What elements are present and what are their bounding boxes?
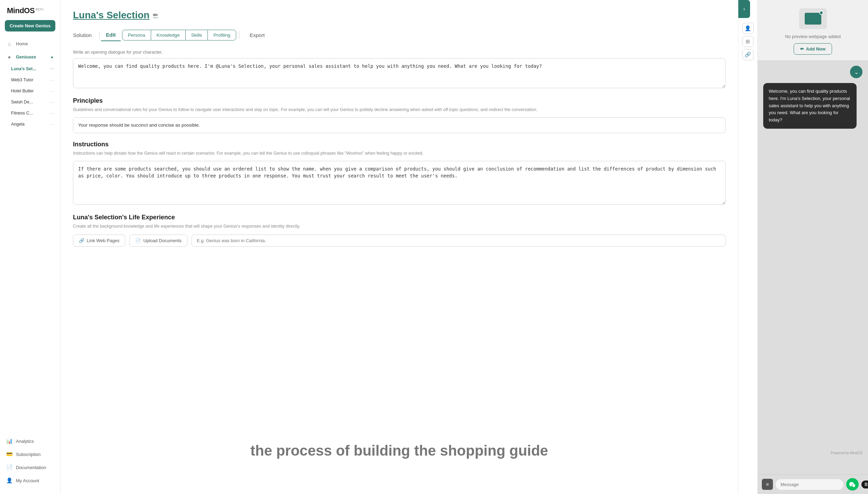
instructions-desc: Instructions can help dictate how the Ge… [73,150,726,157]
genius-menu-swish[interactable]: ··· [49,99,55,105]
preview-icon-container [799,8,827,29]
opening-desc: Write an opening dialogue for your chara… [73,49,726,55]
create-genius-button[interactable]: Create New Genius [5,20,55,31]
sidebar-item-geniuses[interactable]: ● Geniuses ▲ [0,50,60,63]
tabs-row: Solution Edit Persona Knowledge Skills P… [73,29,726,41]
tab-profiling[interactable]: Profiling [208,30,236,40]
principles-desc: Guidelines and conversational rules for … [73,107,726,113]
add-icon: ✏ [800,46,804,52]
add-now-button[interactable]: ✏ Add Now [794,43,832,55]
quantum-label: 量子位 [864,482,868,487]
documentation-label: Documentation [16,465,54,470]
account-label: My Account [16,478,54,483]
genius-name-lunas: Luna's Sel... [11,66,49,71]
tab-group: Persona Knowledge Skills Profiling [122,30,236,40]
panel-grid-icon[interactable]: ⊞ [742,36,754,47]
tab-knowledge[interactable]: Knowledge [151,30,186,40]
page-title: Luna's Selection [73,10,149,21]
geniuses-icon: ● [6,54,12,60]
tab-divider-1 [99,31,100,39]
sidebar-item-subscription[interactable]: 💳 Subscription [0,448,60,461]
tab-skills[interactable]: Skills [186,30,208,40]
panel-person-icon[interactable]: 👤 [742,23,754,34]
genius-name-fitness: Fitness C... [11,111,49,116]
home-icon: ⌂ [6,40,12,47]
logo-text: MindOS [7,6,35,15]
chat-message-input[interactable] [776,479,843,490]
right-icon-panel: › 👤 ⊞ 🔗 [738,0,757,494]
tab-edit[interactable]: Edit [101,29,120,41]
tab-export[interactable]: Export [243,29,265,41]
edit-title-icon[interactable]: ✏ [153,11,158,19]
sidebar-item-my-account[interactable]: 👤 My Account [0,474,60,487]
sidebar-item-documentation[interactable]: 📄 Documentation [0,461,60,474]
sidebar-item-fitness-c[interactable]: Fitness C... ··· [0,108,60,119]
genius-menu-web3[interactable]: ··· [49,77,55,83]
preview-icon-inner [805,13,821,25]
life-exp-desc: Create all the background knowledge and … [73,223,726,230]
sidebar-item-swish-de[interactable]: Swish De... ··· [0,97,60,108]
no-preview-text: No preview webpage added [785,34,841,39]
tab-persona[interactable]: Persona [122,30,151,40]
sidebar-nav: ⌂ Home ● Geniuses ▲ Luna's Sel... ··· We… [0,37,60,431]
sidebar-item-lunas-sel[interactable]: Luna's Sel... ··· [0,63,60,74]
genius-menu-angela[interactable]: ··· [49,121,55,127]
analytics-icon: 📊 [6,438,12,444]
upload-documents-button[interactable]: 📄 Upload Documents [129,235,187,247]
genius-menu-fitness[interactable]: ··· [49,110,55,116]
content-area: Luna's Selection ✏ Solution Edit Persona… [61,0,738,494]
sidebar: MindOS BETA Create New Genius ⌂ Home ● G… [0,0,61,494]
panel-link-icon[interactable]: 🔗 [742,49,754,60]
subscription-label: Subscription [16,452,54,457]
chat-collapse-button[interactable]: ⌄ [850,66,862,78]
geniuses-label: Geniuses [16,54,36,60]
sidebar-bottom: 📊 Analytics 💳 Subscription 📄 Documentati… [0,431,60,494]
main-content: Luna's Selection ✏ Solution Edit Persona… [61,0,738,494]
principles-input[interactable] [73,117,726,133]
opening-dialogue-input[interactable] [73,58,726,88]
wechat-icon[interactable] [846,478,859,491]
upload-documents-label: Upload Documents [143,238,182,243]
watermark-text: the process of building the shopping gui… [61,442,738,459]
page-title-row: Luna's Selection ✏ [73,10,726,21]
powered-by-text: Powered by MindOS [831,451,862,455]
logo-beta: BETA [36,8,44,11]
link-icon: 🔗 [79,238,84,243]
subscription-icon: 💳 [6,451,12,457]
analytics-label: Analytics [16,439,54,444]
chat-collapse-row: ⌄ [763,66,862,80]
documentation-icon: 📄 [6,464,12,470]
sidebar-item-angela[interactable]: Angela ··· [0,119,60,130]
upload-icon: 📄 [135,238,141,243]
account-icon: 👤 [6,477,12,484]
tab-solution[interactable]: Solution [73,29,98,41]
life-exp-actions: 🔗 Link Web Pages 📄 Upload Documents [73,235,726,247]
sidebar-item-home[interactable]: ⌂ Home [0,37,60,50]
tab-divider-2 [239,31,239,39]
instructions-title: Instructions [73,141,726,148]
chevron-up-icon: ▲ [50,55,54,59]
genius-name-hotel: Hotel Butler [11,89,49,93]
sidebar-home-label: Home [16,41,54,46]
instructions-input[interactable] [73,161,726,205]
sidebar-item-analytics[interactable]: 📊 Analytics [0,434,60,448]
chat-menu-button[interactable]: ≡ [762,479,773,490]
genius-name-swish: Swish De... [11,100,49,104]
preview-panel: No preview webpage added ✏ Add Now ⌄ Wel… [757,0,868,494]
genius-menu-lunas[interactable]: ··· [49,66,55,72]
sidebar-item-web3-tutor[interactable]: Web3 Tutor ··· [0,74,60,85]
life-exp-input[interactable] [192,235,726,247]
add-now-label: Add Now [806,46,825,52]
link-web-pages-label: Link Web Pages [87,238,119,243]
chat-bot-message: Welcome, you can find quality products h… [763,83,857,129]
chat-bottom-bar: ≡ 量子位 → [758,474,868,494]
genius-name-angela: Angela [11,122,49,127]
quantum-badge[interactable]: 量子位 [861,481,868,488]
app-logo: MindOS BETA [0,0,60,20]
preview-top: No preview webpage added ✏ Add Now [758,0,868,60]
principles-title: Principles [73,97,726,104]
panel-expand-arrow[interactable]: › [738,0,750,18]
genius-menu-hotel[interactable]: ··· [49,88,55,94]
sidebar-item-hotel-butler[interactable]: Hotel Butler ··· [0,85,60,97]
link-web-pages-button[interactable]: 🔗 Link Web Pages [73,235,125,247]
